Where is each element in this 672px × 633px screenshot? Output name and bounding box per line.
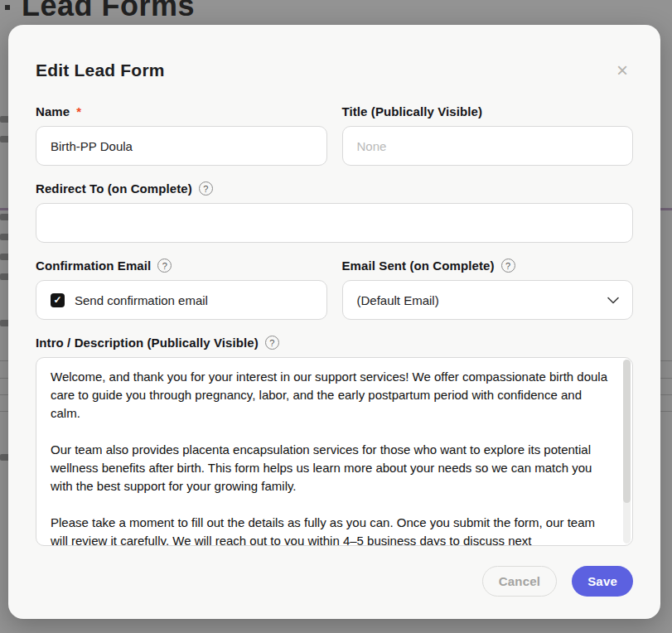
checkbox-label: Send confirmation email	[75, 293, 208, 307]
email-sent-label: Email Sent (on Complete) ?	[342, 259, 634, 273]
confirmation-email-label: Confirmation Email ?	[36, 259, 327, 273]
save-button[interactable]: Save	[572, 566, 633, 597]
form-row-redirect: Redirect To (on Complete) ?	[36, 181, 633, 243]
edit-lead-form-modal: Edit Lead Form × Name * Title (Publicall…	[8, 25, 660, 619]
modal-header: Edit Lead Form ×	[36, 58, 633, 83]
redirect-label: Redirect To (on Complete) ?	[36, 181, 633, 196]
form-row-intro: Intro / Description (Publically Visible)…	[36, 336, 633, 546]
intro-field-group: Intro / Description (Publically Visible)…	[36, 336, 633, 546]
cancel-button[interactable]: Cancel	[482, 566, 557, 597]
modal-title: Edit Lead Form	[36, 60, 165, 80]
textarea-scrollbar-thumb[interactable]	[623, 360, 631, 503]
email-sent-select[interactable]: (Default Email)	[342, 280, 634, 320]
help-icon[interactable]: ?	[157, 259, 172, 273]
send-confirmation-checkbox-row[interactable]: ✓ Send confirmation email	[36, 280, 327, 320]
name-input[interactable]	[36, 126, 327, 166]
textarea-scrollbar-track[interactable]	[623, 360, 631, 544]
checkbox-checked-icon[interactable]: ✓	[51, 293, 65, 307]
form-row-email: Confirmation Email ? ✓ Send confirmation…	[36, 259, 633, 320]
help-icon[interactable]: ?	[501, 259, 515, 273]
name-field-group: Name *	[36, 104, 327, 166]
intro-label: Intro / Description (Publically Visible)…	[36, 336, 633, 350]
help-icon[interactable]: ?	[265, 336, 279, 350]
chevron-down-icon	[607, 292, 619, 307]
required-asterisk: *	[76, 104, 81, 118]
close-icon[interactable]: ×	[612, 62, 633, 79]
title-label: Title (Publically Visible)	[342, 104, 634, 118]
title-input[interactable]	[342, 126, 634, 166]
modal-footer: Cancel Save	[36, 566, 633, 597]
help-icon[interactable]: ?	[199, 181, 213, 196]
redirect-input[interactable]	[36, 203, 633, 243]
name-label: Name *	[36, 104, 327, 118]
email-sent-selected-value: (Default Email)	[357, 293, 439, 307]
email-sent-field-group: Email Sent (on Complete) ? (Default Emai…	[342, 259, 634, 320]
screen: Lead Forms Edit Lead Form × Name *	[0, 0, 672, 633]
form-row-name-title: Name * Title (Publically Visible)	[36, 104, 633, 166]
intro-textarea[interactable]: Welcome, and thank you for your interest…	[36, 357, 633, 546]
redirect-field-group: Redirect To (on Complete) ?	[36, 181, 633, 243]
title-field-group: Title (Publically Visible)	[342, 104, 634, 166]
confirmation-field-group: Confirmation Email ? ✓ Send confirmation…	[36, 259, 327, 320]
intro-text: Welcome, and thank you for your interest…	[36, 358, 632, 545]
